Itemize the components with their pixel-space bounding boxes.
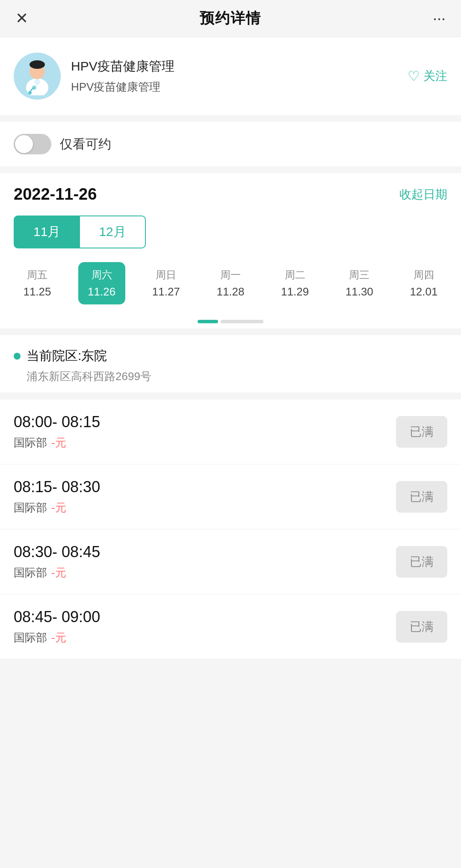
filter-label: 仅看可约 [60, 136, 111, 153]
day-date-label: 12.01 [410, 285, 437, 298]
current-date: 2022-11-26 [14, 185, 97, 204]
svg-point-4 [30, 60, 45, 69]
svg-point-6 [28, 91, 32, 94]
scroll-indicator [0, 315, 461, 328]
month-tab-12月[interactable]: 12月 [80, 216, 145, 248]
day-item-11.28[interactable]: 周一11.28 [207, 262, 254, 304]
day-week-label: 周一 [220, 268, 241, 282]
doctor-info-left: HPV疫苗健康管理 HPV疫苗健康管理 [14, 53, 174, 100]
timeslot-dept-row: 国际部-元 [14, 565, 100, 580]
page-title: 预约详情 [200, 9, 261, 28]
timeslot-dept-row: 国际部-元 [14, 630, 100, 645]
scroll-dot [221, 320, 263, 323]
date-section: 2022-11-26 收起日期 11月12月 周五11.25周六11.26周日1… [0, 173, 461, 315]
header: ✕ 预约详情 ··· [0, 0, 461, 37]
day-date-label: 11.28 [216, 285, 244, 298]
timeslot-dept-label: 国际部 [14, 630, 47, 645]
day-week-label: 周六 [92, 268, 112, 282]
timeslot-dept-label: 国际部 [14, 500, 47, 515]
day-week-label: 周五 [27, 268, 47, 282]
doctor-card: HPV疫苗健康管理 HPV疫苗健康管理 ♡ 关注 [0, 37, 461, 115]
timeslot-left: 08:15- 08:30国际部-元 [14, 478, 100, 515]
day-selector: 周五11.25周六11.26周日11.27周一11.28周二11.29周三11.… [14, 262, 447, 315]
filter-row: 仅看可约 [0, 122, 461, 166]
timeslot-left: 08:00- 08:15国际部-元 [14, 413, 100, 450]
date-header: 2022-11-26 收起日期 [14, 185, 447, 204]
doctor-avatar-svg [18, 57, 56, 95]
day-item-11.26[interactable]: 周六11.26 [78, 262, 125, 304]
timeslot-full-button[interactable]: 已满 [396, 481, 447, 513]
month-tab-11月[interactable]: 11月 [14, 216, 80, 248]
timeslot-dept-row: 国际部-元 [14, 435, 100, 450]
doctor-name: HPV疫苗健康管理 [71, 58, 174, 75]
timeslot-item: 08:45- 09:00国际部-元已满 [0, 594, 461, 659]
timeslot-left: 08:45- 09:00国际部-元 [14, 608, 100, 645]
close-button[interactable]: ✕ [12, 8, 32, 29]
follow-button[interactable]: ♡ 关注 [408, 68, 447, 84]
timeslot-time: 08:00- 08:15 [14, 413, 100, 431]
day-week-label: 周三 [349, 268, 369, 282]
timeslot-dept-label: 国际部 [14, 435, 47, 450]
toggle-circle [15, 135, 33, 153]
timeslot-price: -元 [51, 630, 66, 645]
timeslot-price: -元 [51, 435, 66, 450]
timeslot-time: 08:15- 08:30 [14, 478, 100, 496]
follow-label: 关注 [423, 68, 447, 84]
timeslot-price: -元 [51, 565, 66, 580]
timeslot-dept-row: 国际部-元 [14, 500, 100, 515]
day-date-label: 11.25 [23, 285, 51, 298]
day-date-label: 11.29 [281, 285, 309, 298]
hospital-address: 浦东新区高科西路2699号 [27, 369, 447, 384]
day-item-11.29[interactable]: 周二11.29 [272, 262, 319, 304]
timeslot-list: 08:00- 08:15国际部-元已满08:15- 08:30国际部-元已满08… [0, 399, 461, 659]
collapse-date-button[interactable]: 收起日期 [399, 186, 447, 203]
timeslot-left: 08:30- 08:45国际部-元 [14, 543, 100, 580]
timeslot-dept-label: 国际部 [14, 565, 47, 580]
timeslot-item: 08:00- 08:15国际部-元已满 [0, 399, 461, 464]
day-week-label: 周四 [414, 268, 434, 282]
timeslot-time: 08:45- 09:00 [14, 608, 100, 626]
doctor-info: HPV疫苗健康管理 HPV疫苗健康管理 [71, 58, 174, 94]
day-week-label: 周日 [156, 268, 176, 282]
day-item-11.25[interactable]: 周五11.25 [14, 262, 61, 304]
heart-icon: ♡ [408, 68, 420, 84]
day-date-label: 11.30 [346, 285, 373, 298]
timeslot-time: 08:30- 08:45 [14, 543, 100, 561]
day-week-label: 周二 [285, 268, 305, 282]
timeslot-full-button[interactable]: 已满 [396, 546, 447, 578]
avatar [14, 53, 61, 100]
more-button[interactable]: ··· [429, 8, 449, 29]
day-item-11.30[interactable]: 周三11.30 [336, 262, 383, 304]
day-item-11.27[interactable]: 周日11.27 [142, 262, 189, 304]
timeslot-item: 08:15- 08:30国际部-元已满 [0, 464, 461, 529]
month-tabs: 11月12月 [14, 216, 447, 248]
timeslot-item: 08:30- 08:45国际部-元已满 [0, 529, 461, 594]
hospital-section: 当前院区:东院 浦东新区高科西路2699号 [0, 335, 461, 393]
scroll-dot-active [198, 320, 218, 323]
doctor-subtitle: HPV疫苗健康管理 [71, 80, 174, 94]
timeslot-full-button[interactable]: 已满 [396, 611, 447, 643]
day-date-label: 11.26 [88, 285, 115, 298]
day-item-12.01[interactable]: 周四12.01 [400, 262, 447, 304]
timeslot-full-button[interactable]: 已满 [396, 416, 447, 448]
hospital-name-row: 当前院区:东院 [14, 347, 447, 365]
timeslot-price: -元 [51, 500, 66, 515]
only-available-toggle[interactable] [14, 134, 51, 154]
day-date-label: 11.27 [152, 285, 180, 298]
hospital-name: 当前院区:东院 [27, 347, 107, 365]
hospital-dot-icon [14, 353, 21, 360]
